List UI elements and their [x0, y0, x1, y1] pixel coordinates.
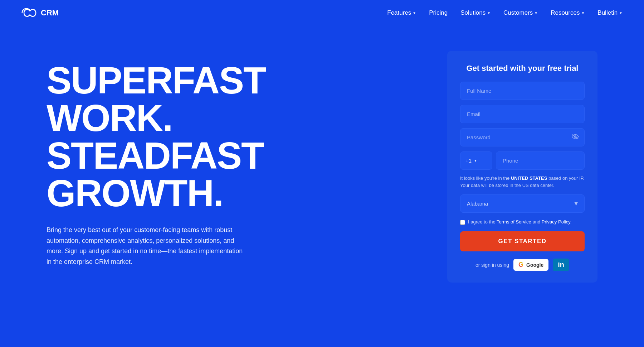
- country-caret-icon: ▼: [474, 159, 477, 163]
- google-label: Google: [526, 262, 543, 268]
- hero-headline: SUPERFAST WORK. STEADFAST GROWTH.: [47, 62, 265, 212]
- nav-bulletin-label: Bulletin: [597, 9, 618, 16]
- features-caret-icon: ▼: [413, 11, 416, 15]
- nav-links: Features ▼ Pricing Solutions ▼ Customers…: [387, 9, 623, 16]
- nav-pricing-label: Pricing: [429, 9, 448, 16]
- form-title: Get started with your free trial: [460, 64, 585, 73]
- signin-label: or sign in using: [475, 262, 509, 268]
- nav-resources-label: Resources: [551, 9, 580, 16]
- full-name-input[interactable]: [460, 82, 585, 100]
- toggle-password-icon[interactable]: [572, 134, 579, 141]
- headline-line4: GROWTH.: [47, 172, 223, 214]
- email-group: [460, 105, 585, 123]
- google-signin-button[interactable]: G Google: [513, 259, 548, 271]
- resources-caret-icon: ▼: [581, 11, 585, 15]
- navigation: CRM Features ▼ Pricing Solutions ▼ Custo…: [0, 0, 644, 26]
- privacy-policy-link[interactable]: Privacy Policy: [542, 219, 570, 225]
- headline-line1: SUPERFAST: [47, 59, 265, 101]
- nav-item-customers[interactable]: Customers ▼: [503, 9, 538, 16]
- nav-item-pricing[interactable]: Pricing: [429, 9, 448, 16]
- nav-solutions-label: Solutions: [460, 9, 486, 16]
- password-group: [460, 128, 585, 146]
- terms-text: I agree to the Terms of Service and Priv…: [468, 219, 571, 225]
- solutions-caret-icon: ▼: [487, 11, 491, 15]
- terms-row: I agree to the Terms of Service and Priv…: [460, 219, 585, 225]
- customers-caret-icon: ▼: [534, 11, 538, 15]
- nav-features-label: Features: [387, 9, 411, 16]
- headline-line2: WORK.: [47, 97, 172, 139]
- google-icon: G: [518, 261, 523, 269]
- hero-subtext: Bring the very best out of your customer…: [47, 225, 247, 268]
- nav-item-solutions[interactable]: Solutions ▼: [460, 9, 491, 16]
- full-name-group: [460, 82, 585, 100]
- signin-row: or sign in using G Google in: [460, 259, 585, 271]
- state-group: Alabama Alaska Arizona California Colora…: [460, 194, 585, 213]
- geo-notice: It looks like you're in the UNITED STATE…: [460, 175, 585, 189]
- country-code-value: +1: [465, 158, 472, 164]
- hero-section: SUPERFAST WORK. STEADFAST GROWTH. Bring …: [0, 26, 644, 347]
- nav-item-resources[interactable]: Resources ▼: [551, 9, 585, 16]
- geo-notice-pre: It looks like you're in the: [460, 175, 511, 181]
- hero-content: SUPERFAST WORK. STEADFAST GROWTH. Bring …: [47, 47, 265, 268]
- state-select[interactable]: Alabama Alaska Arizona California Colora…: [460, 194, 585, 213]
- geo-notice-post: based on your IP.: [547, 175, 584, 181]
- email-input[interactable]: [460, 105, 585, 123]
- get-started-button[interactable]: GET STARTED: [460, 231, 585, 251]
- logo-text: CRM: [41, 8, 59, 18]
- nav-item-bulletin[interactable]: Bulletin ▼: [597, 9, 623, 16]
- headline-line3: STEADFAST: [47, 135, 263, 177]
- logo-link[interactable]: CRM: [21, 8, 59, 18]
- logo-icon: [21, 8, 36, 18]
- signup-form-card: Get started with your free trial +1 ▼: [447, 51, 597, 283]
- phone-input[interactable]: [496, 151, 585, 170]
- geo-storage-notice: Your data will be stored in the US data …: [460, 183, 554, 188]
- linkedin-signin-button[interactable]: in: [553, 259, 569, 271]
- password-input[interactable]: [460, 128, 585, 146]
- linkedin-icon: in: [558, 261, 564, 269]
- nav-customers-label: Customers: [503, 9, 533, 16]
- bulletin-caret-icon: ▼: [619, 11, 623, 15]
- terms-checkbox[interactable]: [460, 220, 465, 225]
- country-code-selector[interactable]: +1 ▼: [460, 151, 492, 170]
- terms-of-service-link[interactable]: Terms of Service: [497, 219, 531, 225]
- phone-group: +1 ▼: [460, 151, 585, 170]
- geo-country: UNITED STATES: [511, 175, 547, 181]
- nav-item-features[interactable]: Features ▼: [387, 9, 416, 16]
